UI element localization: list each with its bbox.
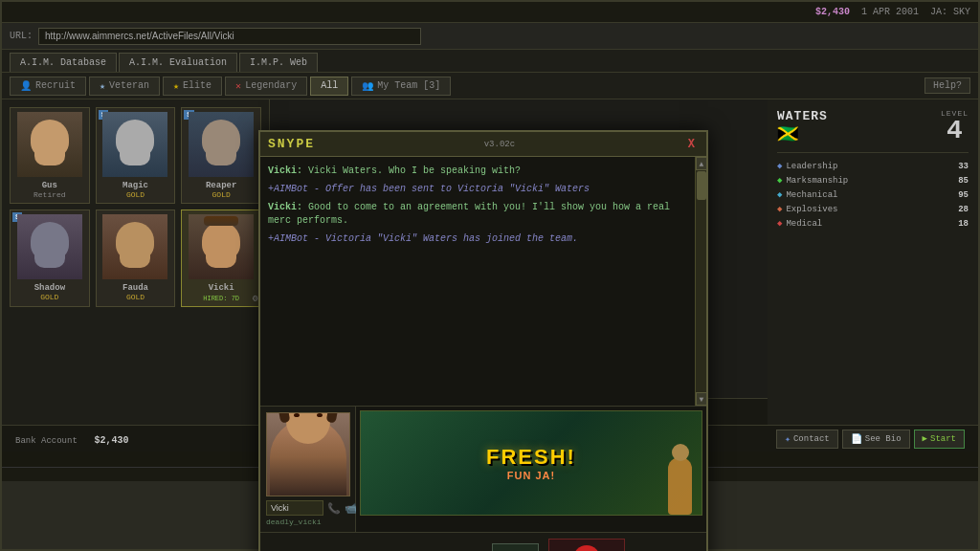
chat-system-1: +AIMBot - Offer has been sent to Victori… [268, 184, 590, 194]
figure-body [668, 457, 692, 515]
filter-tabs: 👤 Recruit ★ Veteran ★ Elite ✕ Legendary … [2, 73, 978, 99]
divider [777, 152, 969, 153]
merc-card-reaper[interactable]: S Reaper GOLD [181, 107, 261, 204]
chat-line-2: Vicki: Good to come to an agreement with… [268, 201, 687, 228]
chat-area: Vicki: Vicki Waters. Who I be speaking w… [260, 157, 695, 406]
char-header: WATERS 🇯🇲 LEVEL 4 [777, 109, 969, 144]
magic-status: GOLD [100, 190, 171, 199]
chat-system-3: +AIMBot - Victoria "Vicki" Waters has jo… [268, 233, 578, 244]
fauda-name: Fauda [100, 283, 171, 293]
vicki-name: Vicki [186, 283, 256, 293]
tab-evaluation[interactable]: A.I.M. Evaluation [119, 53, 237, 72]
snype-close-button[interactable]: X [684, 138, 699, 151]
profile-section: 📞 📹 deadly_vicki FRESH! FUN JA! [260, 406, 706, 532]
profile-avatar-box: 📞 📹 deadly_vicki [260, 407, 356, 532]
figure-head [672, 444, 689, 461]
shadow-status: GOLD [14, 293, 85, 301]
mech-icon: ◆ [777, 189, 782, 200]
scroll-thumb[interactable] [697, 171, 706, 200]
char-level-block: LEVEL 4 [941, 109, 969, 144]
promo-image: FRESH! FUN JA! [360, 410, 702, 516]
elite-icon: ★ [173, 80, 179, 92]
leadership-icon: ◆ [777, 161, 782, 171]
game-frame: $2,430 1 APR 2001 JA: SKY URL: A.I.M. Da… [0, 0, 980, 551]
merc-card-magic[interactable]: S Magic GOLD [96, 107, 176, 204]
char-panel: WATERS 🇯🇲 LEVEL 4 ◆ Leadership 33 ◆ [768, 99, 978, 425]
vicki-face [286, 412, 330, 444]
filter-elite[interactable]: ★ Elite [163, 77, 222, 96]
reaper-head [202, 120, 240, 158]
tab-database[interactable]: A.I.M. Database [10, 53, 117, 72]
vicki-status: HIRED: 7D [186, 295, 256, 302]
marks-icon: ◆ [777, 175, 782, 186]
magic-head [116, 120, 154, 158]
nav-tabs: A.I.M. Database A.I.M. Evaluation I.M.P.… [2, 50, 978, 73]
gus-name: Gus [14, 181, 85, 190]
profile-name-input[interactable] [266, 500, 323, 516]
date-display: 1 APR 2001 [861, 7, 919, 17]
disconnect-button[interactable]: 📵 Disconnect [548, 539, 625, 551]
offer-button[interactable]: 🤝 Offer [492, 543, 539, 551]
filter-myteam[interactable]: 👥 My Team [3] [351, 77, 451, 96]
fauda-head [116, 222, 154, 260]
start-icon: ▶ [923, 433, 927, 444]
seebio-button[interactable]: 📄 See Bio [842, 430, 910, 449]
merc-card-fauda[interactable]: Fauda GOLD [96, 209, 176, 307]
scroll-up[interactable]: ▲ [696, 157, 707, 170]
char-name: WATERS 🇯🇲 [777, 109, 828, 144]
bank-label: Bank Account [15, 436, 78, 446]
merc-card-vicki[interactable]: ⚙ Vicki HIRED: 7D [181, 209, 261, 307]
filter-veteran[interactable]: ★ Veteran [89, 77, 160, 96]
avatar-shadow [17, 214, 82, 279]
stat-mechanical: ◆ Mechanical 95 [777, 189, 969, 200]
vicki-body [270, 419, 346, 496]
money-display: $2,430 [815, 7, 850, 17]
myteam-icon: 👥 [362, 80, 373, 92]
snype-title: SNYPE [268, 137, 315, 151]
chat-text-2: Good to come to an agreement with you! I… [268, 202, 670, 226]
stat-medical: ◆ Medical 18 [777, 218, 969, 229]
filter-all[interactable]: All [310, 77, 348, 96]
vicki-hair [204, 216, 238, 226]
filter-recruit[interactable]: 👤 Recruit [10, 77, 86, 96]
promo-sub: FUN JA! [486, 470, 576, 481]
merc-card-shadow[interactable]: S Shadow GOLD [10, 209, 90, 307]
snype-titlebar: SNYPE v3.02c X [260, 132, 706, 157]
avatar-reaper [189, 112, 254, 177]
promo-fresh: FRESH! [486, 445, 576, 470]
browser-chrome: URL: [2, 23, 978, 50]
chat-speaker-0: Vicki: [268, 165, 302, 176]
snype-version: v3.02c [484, 140, 515, 149]
reaper-status: GOLD [186, 190, 256, 199]
veteran-icon: ★ [100, 80, 105, 92]
stat-explosives: ◆ Explosives 28 [777, 204, 969, 214]
merc-card-gus[interactable]: Gus Retired [10, 107, 90, 204]
chat-scrollbar[interactable]: ▲ ▼ [695, 157, 706, 406]
shadow-head [31, 222, 69, 260]
gus-status: Retired [14, 190, 85, 199]
tab-imp[interactable]: I.M.P. Web [239, 53, 318, 72]
url-bar[interactable] [38, 28, 421, 45]
top-bar: $2,430 1 APR 2001 JA: SKY [2, 2, 978, 23]
start-button[interactable]: ▶ Start [914, 430, 965, 449]
chat-line-1: +AIMBot - Offer has been sent to Victori… [268, 183, 687, 196]
profile-avatar-image [266, 412, 350, 496]
action-buttons: ✦ Contact 📄 See Bio ▶ Start [776, 430, 965, 449]
contact-button[interactable]: ✦ Contact [776, 430, 838, 449]
chat-speaker-2: Vicki: [268, 202, 302, 212]
scroll-down[interactable]: ▼ [696, 392, 707, 406]
fauda-status: GOLD [100, 293, 171, 301]
recruit-icon: 👤 [20, 80, 32, 92]
profile-image-box: FRESH! FUN JA! [356, 407, 706, 532]
filter-legendary[interactable]: ✕ Legendary [225, 77, 307, 96]
char-flag: 🇯🇲 [777, 123, 828, 144]
reaper-name: Reaper [186, 181, 256, 190]
chat-line-3: +AIMBot - Victoria "Vicki" Waters has jo… [268, 232, 687, 246]
avatar-vicki [189, 214, 254, 279]
snype-body: Vicki: Vicki Waters. Who I be speaking w… [260, 157, 706, 406]
phone-icon[interactable]: 📞 [327, 502, 341, 515]
help-button[interactable]: Help? [924, 77, 970, 94]
main-area: Gus Retired S Magic GOLD S Reaper GOLD [2, 99, 978, 425]
contact-icon: ✦ [785, 433, 791, 445]
merc-grid: Gus Retired S Magic GOLD S Reaper GOLD [2, 99, 270, 425]
